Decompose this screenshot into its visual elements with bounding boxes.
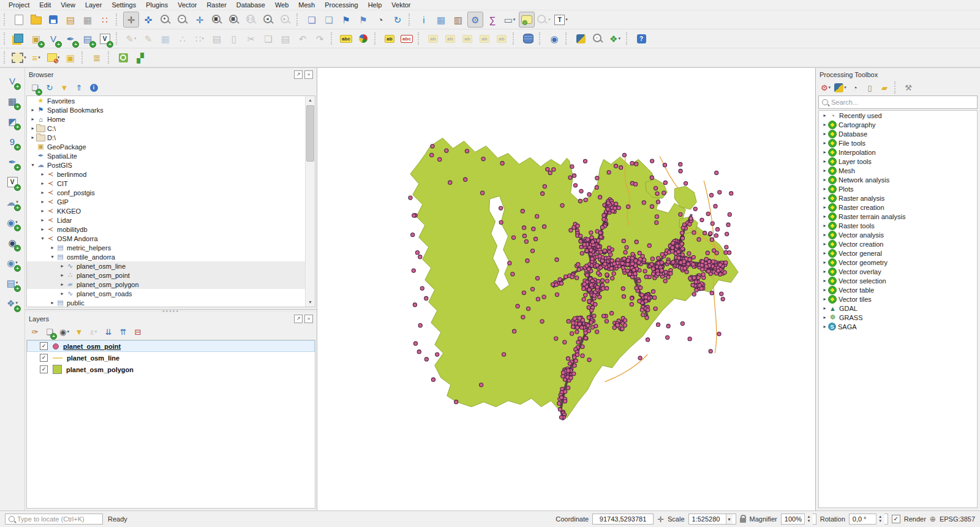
text-annotation-dropdown[interactable]: ▾ <box>565 17 568 22</box>
add-wfs-layer-dropdown[interactable]: ▾ <box>15 260 18 265</box>
delete-selected-button[interactable]: ▯ <box>226 31 242 47</box>
browser-item-mobilitydb[interactable]: ▸≺mobilitydb <box>27 225 315 234</box>
menu-settings[interactable]: Settings <box>107 1 141 9</box>
collapse-all-button[interactable]: ⇑ <box>72 81 86 94</box>
browser-item-berlinmod[interactable]: ▸≺berlinmod <box>27 170 315 179</box>
expand-arrow[interactable]: ▸ <box>821 241 828 247</box>
browser-item-postgis[interactable]: ▾☁PostGIS <box>27 160 315 170</box>
add-wms-layer-dropdown[interactable]: ▾ <box>15 220 18 225</box>
refresh-browser-button[interactable]: ↻ <box>43 81 56 94</box>
save-project-button[interactable] <box>45 12 61 28</box>
measure-line-button[interactable]: ▭▾ <box>502 12 518 28</box>
redo-button[interactable]: ↷ <box>312 31 328 47</box>
processing-models-button[interactable]: ⚙▾ <box>819 81 832 94</box>
scrollbar-thumb[interactable] <box>306 105 314 162</box>
processing-item-raster-creation[interactable]: ▸Raster creation <box>819 203 977 212</box>
processing-search-input[interactable]: Search... <box>818 95 978 109</box>
results-viewer-button[interactable]: ▯ <box>863 81 876 94</box>
open-data-source-manager-button[interactable] <box>11 31 27 47</box>
expand-arrow[interactable]: ▸ <box>59 263 66 269</box>
processing-item-vector-creation[interactable]: ▸Vector creation <box>819 239 977 249</box>
coordinate-input[interactable]: 91743,5293781 <box>592 514 654 525</box>
browser-item-spatial-bookmarks[interactable]: ▸⚑Spatial Bookmarks <box>27 105 315 114</box>
zoom-out-button[interactable]: − <box>175 12 190 28</box>
pin-label-button[interactable]: ab <box>382 31 398 47</box>
spinner-arrows[interactable]: ▲▼ <box>876 514 884 525</box>
add-virtual-layer-button[interactable]: V <box>4 174 20 190</box>
expand-arrow[interactable]: ▸ <box>821 159 828 164</box>
layer-diagram-button[interactable] <box>355 31 371 47</box>
expand-arrow[interactable]: ▸ <box>49 245 56 250</box>
postgis-layer-styles-button[interactable]: ≣ <box>89 50 105 65</box>
browser-item-home[interactable]: ▸⌂Home <box>27 114 315 124</box>
layer-visibility-checkbox[interactable]: ✓ <box>40 365 48 373</box>
new-spatialite-layer-button[interactable]: ✒ <box>62 31 78 47</box>
menu-plugins[interactable]: Plugins <box>141 1 173 9</box>
add-wms-layer-button[interactable]: ◉▾ <box>4 214 20 230</box>
expand-arrow[interactable]: ▸ <box>821 269 828 274</box>
processing-item-network-analysis[interactable]: ▸Network analysis <box>819 175 977 184</box>
browser-item-planet-osm-polygon[interactable]: ▸▰planet_osm_polygon <box>27 280 315 289</box>
metasearch-button[interactable]: ◉ <box>546 31 562 47</box>
profile-tool-button[interactable]: ▞ <box>132 50 148 65</box>
add-postgis-layer-dropdown[interactable]: ▾ <box>16 200 18 204</box>
refresh-map-button[interactable]: ↻ <box>390 12 405 28</box>
browser-item-spatialite[interactable]: ✒SpatiaLite <box>27 151 315 160</box>
add-selected-layers-button[interactable]: ❏ <box>28 81 42 94</box>
processing-item-saga[interactable]: ▸SSAGA <box>819 322 977 331</box>
select-features-button[interactable]: ▾ <box>11 50 27 65</box>
processing-item-vector-tiles[interactable]: ▸Vector tiles <box>819 294 977 304</box>
vertex-tool-button[interactable]: ∷▾ <box>192 31 208 47</box>
processing-item-mesh[interactable]: ▸Mesh <box>819 166 977 175</box>
close-panel-button[interactable]: × <box>304 70 313 79</box>
expand-arrow[interactable]: ▸ <box>29 107 36 113</box>
processing-item-grass[interactable]: ▸❁GRASS <box>819 313 977 322</box>
add-spatialite-layer-button[interactable]: ✒ <box>4 154 20 170</box>
map-tips-button[interactable] <box>519 12 535 28</box>
select-by-value-button[interactable]: ≡▾ <box>28 50 44 65</box>
float-panel-button[interactable]: ↗ <box>294 315 303 323</box>
zoom-next-button[interactable]: ▸ <box>277 12 293 28</box>
menu-edit[interactable]: Edit <box>34 1 56 9</box>
toggle-editing-button[interactable]: ✎ <box>140 31 156 47</box>
expand-arrow[interactable]: ▸ <box>29 116 36 122</box>
float-panel-button[interactable]: ↗ <box>294 70 303 79</box>
manage-map-themes-button[interactable]: ◉▾ <box>58 325 71 338</box>
database-manager-button[interactable] <box>520 31 536 47</box>
processing-item-interpolation[interactable]: ▸Interpolation <box>819 148 977 157</box>
show-spatial-bookmarks-button[interactable]: ⚑ <box>355 12 371 28</box>
expand-arrow[interactable]: ▸ <box>59 291 66 296</box>
expand-arrow[interactable]: ▸ <box>821 168 828 173</box>
menu-help[interactable]: Help <box>363 1 387 9</box>
add-point-feature-button[interactable]: ∴ <box>175 31 190 47</box>
current-edits-dropdown[interactable]: ▾ <box>134 36 137 41</box>
expand-arrow[interactable]: ▸ <box>49 300 56 305</box>
show-statistics-button[interactable]: ∑ <box>484 12 500 28</box>
undo-button[interactable]: ↶ <box>295 31 311 47</box>
filter-by-expression-button[interactable]: ε▾ <box>87 325 100 338</box>
highlight-unplaced-labels-button[interactable]: abc <box>399 31 415 47</box>
expand-arrow[interactable]: ▸ <box>39 217 46 223</box>
search-plugin-dropdown[interactable]: ▾ <box>548 17 551 22</box>
add-more-layers-button[interactable]: ❖▾ <box>4 295 20 311</box>
pan-map-button[interactable]: ✛ <box>123 12 139 28</box>
python-console-button[interactable] <box>573 31 589 47</box>
manage-map-themes-dropdown[interactable]: ▾ <box>67 329 69 334</box>
python-scripts-dropdown[interactable]: ▾ <box>844 85 846 90</box>
select-by-location-button[interactable]: ▣ <box>62 50 78 65</box>
extents-icon[interactable]: ✛ <box>657 515 664 523</box>
new-virtual-layer-button[interactable]: V <box>97 31 113 47</box>
collapse-all-layers-button[interactable]: ⇈ <box>116 325 130 338</box>
browser-item-c[interactable]: ▸C:\ <box>27 124 315 133</box>
expand-arrow[interactable]: ▸ <box>821 250 828 256</box>
browser-item-favorites[interactable]: ★Favorites <box>27 96 315 105</box>
expand-arrow[interactable]: ▸ <box>821 122 828 127</box>
add-postgis-layer-button[interactable]: ☁▾ <box>4 194 20 210</box>
add-mesh-layer-button[interactable]: ◩ <box>4 113 20 129</box>
add-wcs-layer-button[interactable]: ◉ <box>4 234 20 250</box>
processing-item-plots[interactable]: ▸Plots <box>819 184 977 193</box>
expand-arrow[interactable]: ▸ <box>821 287 828 293</box>
statistical-summary-button[interactable]: ▥ <box>450 12 466 28</box>
lock-scale-icon[interactable] <box>740 518 746 523</box>
expand-arrow[interactable]: ▸ <box>821 140 828 146</box>
